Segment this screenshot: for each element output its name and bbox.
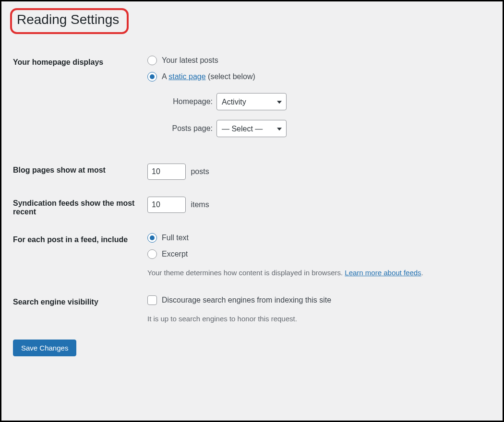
static-page-link[interactable]: static page xyxy=(168,72,205,81)
radio-static-page-label: A static page (select below) xyxy=(162,72,255,81)
posts-page-select[interactable]: — Select — xyxy=(216,120,287,137)
blog-pages-input[interactable] xyxy=(147,164,186,180)
search-visibility-label: Search engine visibility xyxy=(13,288,147,334)
syndication-input[interactable] xyxy=(147,197,186,213)
search-visibility-description: It is up to search engines to honor this… xyxy=(147,314,486,325)
feed-description: Your theme determines how content is dis… xyxy=(147,268,486,279)
radio-static-page[interactable] xyxy=(147,72,157,82)
title-highlight: Reading Settings xyxy=(10,8,129,34)
discourage-search-checkbox[interactable] xyxy=(147,295,157,305)
blog-pages-label: Blog pages show at most xyxy=(13,156,147,189)
page-title: Reading Settings xyxy=(17,12,119,27)
radio-latest-posts[interactable] xyxy=(147,56,157,65)
save-button[interactable]: Save Changes xyxy=(13,340,76,356)
learn-more-feeds-link[interactable]: Learn more about feeds xyxy=(345,269,421,277)
radio-full-text-label: Full text xyxy=(162,234,189,242)
radio-full-text[interactable] xyxy=(147,233,157,243)
feed-content-label: For each post in a feed, include xyxy=(13,226,147,288)
radio-excerpt[interactable] xyxy=(147,249,157,259)
homepage-select-label: Homepage: xyxy=(162,97,213,106)
posts-page-select-label: Posts page: xyxy=(162,124,213,133)
radio-excerpt-label: Excerpt xyxy=(162,250,188,258)
homepage-displays-label: Your homepage displays xyxy=(13,48,147,156)
syndication-suffix: items xyxy=(191,200,209,209)
syndication-label: Syndication feeds show the most recent xyxy=(13,189,147,226)
blog-pages-suffix: posts xyxy=(191,167,209,176)
homepage-select[interactable]: Activity xyxy=(216,93,287,110)
discourage-search-label: Discourage search engines from indexing … xyxy=(162,296,331,305)
radio-latest-posts-label: Your latest posts xyxy=(162,56,218,65)
